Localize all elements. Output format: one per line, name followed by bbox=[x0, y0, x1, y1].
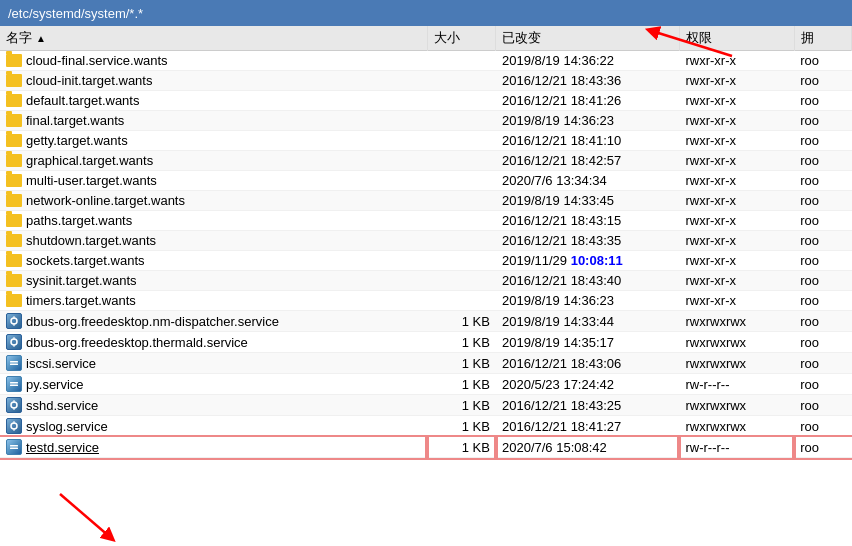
file-name[interactable]: dbus-org.freedesktop.thermald.service bbox=[26, 335, 248, 350]
file-owner: roo bbox=[794, 191, 851, 211]
svg-rect-10 bbox=[10, 382, 18, 384]
table-row[interactable]: sshd.service1 KB2016/12/21 18:43:25rwxrw… bbox=[0, 395, 852, 416]
file-owner: roo bbox=[794, 291, 851, 311]
service-link-icon bbox=[6, 313, 22, 329]
folder-icon bbox=[6, 94, 22, 107]
file-name[interactable]: final.target.wants bbox=[26, 113, 124, 128]
file-name[interactable]: timers.target.wants bbox=[26, 293, 136, 308]
file-size bbox=[427, 231, 496, 251]
file-permissions: rwxr-xr-x bbox=[679, 71, 794, 91]
file-name[interactable]: cloud-init.target.wants bbox=[26, 73, 152, 88]
table-row[interactable]: dbus-org.freedesktop.thermald.service1 K… bbox=[0, 332, 852, 353]
svg-rect-9 bbox=[10, 364, 18, 366]
file-name-cell: dbus-org.freedesktop.nm-dispatcher.servi… bbox=[0, 311, 427, 332]
file-permissions: rwxr-xr-x bbox=[679, 191, 794, 211]
file-modified: 2020/7/6 15:08:42 bbox=[496, 437, 679, 458]
file-name[interactable]: py.service bbox=[26, 377, 84, 392]
file-size bbox=[427, 151, 496, 171]
file-name[interactable]: multi-user.target.wants bbox=[26, 173, 157, 188]
folder-icon bbox=[6, 194, 22, 207]
file-owner: roo bbox=[794, 231, 851, 251]
file-name[interactable]: getty.target.wants bbox=[26, 133, 128, 148]
file-name[interactable]: iscsi.service bbox=[26, 356, 96, 371]
svg-rect-11 bbox=[10, 385, 18, 387]
folder-icon bbox=[6, 134, 22, 147]
path-label: /etc/systemd/system/*.* bbox=[8, 6, 143, 21]
table-row[interactable]: graphical.target.wants2016/12/21 18:42:5… bbox=[0, 151, 852, 171]
file-size: 1 KB bbox=[427, 416, 496, 437]
file-size bbox=[427, 91, 496, 111]
file-name[interactable]: testd.service bbox=[26, 440, 99, 455]
header-size[interactable]: 大小 bbox=[427, 26, 496, 51]
header-permissions[interactable]: 权限 bbox=[679, 26, 794, 51]
table-row[interactable]: py.service1 KB2020/5/23 17:24:42rw-r--r-… bbox=[0, 374, 852, 395]
file-owner: roo bbox=[794, 111, 851, 131]
header-name[interactable]: 名字 ▲ bbox=[0, 26, 427, 51]
table-row[interactable]: sysinit.target.wants2016/12/21 18:43:40r… bbox=[0, 271, 852, 291]
file-modified: 2019/8/19 14:33:45 bbox=[496, 191, 679, 211]
file-name[interactable]: cloud-final.service.wants bbox=[26, 53, 168, 68]
file-size bbox=[427, 291, 496, 311]
file-name-cell: getty.target.wants bbox=[0, 131, 427, 151]
file-name[interactable]: sysinit.target.wants bbox=[26, 273, 137, 288]
file-permissions: rwxr-xr-x bbox=[679, 291, 794, 311]
file-name[interactable]: shutdown.target.wants bbox=[26, 233, 156, 248]
file-name[interactable]: syslog.service bbox=[26, 419, 108, 434]
file-size bbox=[427, 51, 496, 71]
file-modified: 2016/12/21 18:43:25 bbox=[496, 395, 679, 416]
file-name-cell: default.target.wants bbox=[0, 91, 427, 111]
file-name-cell: timers.target.wants bbox=[0, 291, 427, 311]
file-modified: 2019/8/19 14:36:23 bbox=[496, 111, 679, 131]
table-row[interactable]: paths.target.wants2016/12/21 18:43:15rwx… bbox=[0, 211, 852, 231]
table-row[interactable]: default.target.wants2016/12/21 18:41:26r… bbox=[0, 91, 852, 111]
file-owner: roo bbox=[794, 51, 851, 71]
file-modified: 2016/12/21 18:43:15 bbox=[496, 211, 679, 231]
table-row[interactable]: cloud-final.service.wants2019/8/19 14:36… bbox=[0, 51, 852, 71]
file-modified: 2016/12/21 18:43:06 bbox=[496, 353, 679, 374]
file-name[interactable]: default.target.wants bbox=[26, 93, 139, 108]
file-name-cell: graphical.target.wants bbox=[0, 151, 427, 171]
file-modified: 2019/8/19 14:33:44 bbox=[496, 311, 679, 332]
file-size: 1 KB bbox=[427, 437, 496, 458]
file-name-cell: multi-user.target.wants bbox=[0, 171, 427, 191]
table-row[interactable]: cloud-init.target.wants2016/12/21 18:43:… bbox=[0, 71, 852, 91]
file-owner: roo bbox=[794, 91, 851, 111]
file-owner: roo bbox=[794, 437, 851, 458]
table-row[interactable]: timers.target.wants2019/8/19 14:36:23rwx… bbox=[0, 291, 852, 311]
file-browser[interactable]: 名字 ▲ 大小 已改变 权限 拥 cloud-final.service.wan… bbox=[0, 26, 852, 546]
file-name-cell: final.target.wants bbox=[0, 111, 427, 131]
table-row[interactable]: shutdown.target.wants2016/12/21 18:43:35… bbox=[0, 231, 852, 251]
table-row[interactable]: network-online.target.wants2019/8/19 14:… bbox=[0, 191, 852, 211]
file-name[interactable]: paths.target.wants bbox=[26, 213, 132, 228]
file-owner: roo bbox=[794, 71, 851, 91]
file-name[interactable]: graphical.target.wants bbox=[26, 153, 153, 168]
file-permissions: rwxr-xr-x bbox=[679, 151, 794, 171]
file-size: 1 KB bbox=[427, 311, 496, 332]
table-row[interactable]: iscsi.service1 KB2016/12/21 18:43:06rwxr… bbox=[0, 353, 852, 374]
file-permissions: rwxrwxrwx bbox=[679, 353, 794, 374]
table-row[interactable]: syslog.service1 KB2016/12/21 18:41:27rwx… bbox=[0, 416, 852, 437]
file-permissions: rwxr-xr-x bbox=[679, 231, 794, 251]
file-name[interactable]: sshd.service bbox=[26, 398, 98, 413]
table-row[interactable]: testd.service1 KB2020/7/6 15:08:42rw-r--… bbox=[0, 437, 852, 458]
file-modified: 2019/8/19 14:35:17 bbox=[496, 332, 679, 353]
table-row[interactable]: multi-user.target.wants2020/7/6 13:34:34… bbox=[0, 171, 852, 191]
file-owner: roo bbox=[794, 416, 851, 437]
folder-icon bbox=[6, 114, 22, 127]
file-size bbox=[427, 171, 496, 191]
file-name[interactable]: dbus-org.freedesktop.nm-dispatcher.servi… bbox=[26, 314, 279, 329]
file-size: 1 KB bbox=[427, 353, 496, 374]
file-name-cell: sockets.target.wants bbox=[0, 251, 427, 271]
table-row[interactable]: final.target.wants2019/8/19 14:36:23rwxr… bbox=[0, 111, 852, 131]
svg-rect-19 bbox=[10, 448, 18, 450]
file-name[interactable]: network-online.target.wants bbox=[26, 193, 185, 208]
service-link-icon bbox=[6, 334, 22, 350]
table-row[interactable]: dbus-org.freedesktop.nm-dispatcher.servi… bbox=[0, 311, 852, 332]
header-owner[interactable]: 拥 bbox=[794, 26, 851, 51]
file-size: 1 KB bbox=[427, 395, 496, 416]
table-row[interactable]: getty.target.wants2016/12/21 18:41:10rwx… bbox=[0, 131, 852, 151]
header-modified[interactable]: 已改变 bbox=[496, 26, 679, 51]
file-name[interactable]: sockets.target.wants bbox=[26, 253, 145, 268]
file-name-cell: cloud-final.service.wants bbox=[0, 51, 427, 71]
table-row[interactable]: sockets.target.wants2019/11/29 10:08:11r… bbox=[0, 251, 852, 271]
